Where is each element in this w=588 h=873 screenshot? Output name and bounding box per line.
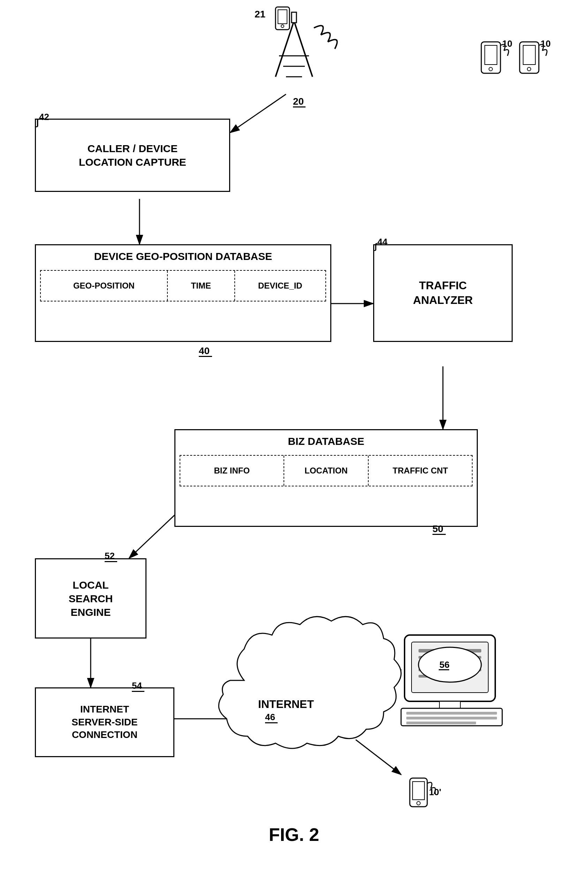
svg-point-10 bbox=[489, 68, 492, 71]
svg-rect-28 bbox=[418, 649, 481, 652]
internet-server-box: INTERNETSERVER-SIDECONNECTION bbox=[35, 687, 174, 757]
svg-line-17 bbox=[230, 94, 286, 132]
local-search-box: LOCALSEARCHENGINE bbox=[35, 558, 147, 639]
svg-line-25 bbox=[356, 740, 401, 775]
svg-rect-14 bbox=[276, 7, 290, 30]
ref-56: 56 bbox=[440, 660, 450, 670]
ref-20: 20 bbox=[293, 96, 304, 107]
svg-rect-11 bbox=[520, 42, 539, 73]
ref-10a: 10 bbox=[502, 38, 512, 49]
ref-52: 52 bbox=[105, 551, 115, 561]
svg-rect-29 bbox=[418, 656, 481, 659]
ref-44: 44 bbox=[377, 237, 387, 247]
device-id-cell: DEVICE_ID bbox=[235, 271, 326, 301]
caller-device-label: CALLER / DEVICE LOCATION CAPTURE bbox=[79, 142, 186, 169]
traffic-analyzer-label: TRAFFIC ANALYZER bbox=[413, 278, 472, 307]
svg-rect-9 bbox=[485, 45, 497, 65]
fig-caption: FIG. 2 bbox=[269, 824, 319, 845]
ref-40: 40 bbox=[199, 346, 210, 357]
traffic-analyzer-box: TRAFFIC ANALYZER bbox=[373, 244, 513, 342]
svg-line-24 bbox=[349, 670, 401, 691]
biz-database-box: BIZ DATABASE BIZ INFO LOCATION TRAFFIC C… bbox=[174, 429, 478, 527]
caller-device-box: CALLER / DEVICE LOCATION CAPTURE bbox=[35, 119, 230, 192]
svg-rect-30 bbox=[418, 662, 481, 665]
diagram: 21 20 10 10 CALLER / DEVICE LOCATION CAP… bbox=[0, 0, 588, 873]
svg-rect-33 bbox=[440, 701, 460, 708]
ref-50: 50 bbox=[432, 523, 443, 535]
ref-10b: 10 bbox=[541, 38, 550, 49]
time-cell: TIME bbox=[168, 271, 235, 301]
svg-rect-15 bbox=[278, 10, 287, 24]
svg-rect-32 bbox=[418, 675, 471, 678]
ref-42: 42 bbox=[39, 112, 49, 122]
ref-54: 54 bbox=[132, 681, 142, 691]
ref-10c: 10' bbox=[429, 787, 441, 798]
svg-rect-12 bbox=[523, 45, 536, 65]
svg-point-41 bbox=[417, 801, 420, 805]
svg-rect-37 bbox=[406, 721, 476, 724]
geo-position-cell: GEO-POSITION bbox=[41, 271, 168, 301]
svg-rect-26 bbox=[405, 635, 495, 701]
biz-info-cell: BIZ INFO bbox=[180, 456, 284, 486]
svg-line-3 bbox=[294, 21, 312, 77]
svg-rect-39 bbox=[410, 778, 427, 807]
svg-rect-34 bbox=[401, 708, 502, 726]
svg-point-38 bbox=[418, 647, 481, 682]
svg-rect-35 bbox=[406, 712, 497, 715]
ref-46: 46 bbox=[265, 712, 275, 723]
svg-point-16 bbox=[281, 25, 284, 27]
internet-server-label: INTERNETSERVER-SIDECONNECTION bbox=[72, 703, 137, 741]
ref-21: 21 bbox=[255, 9, 266, 20]
svg-rect-8 bbox=[481, 42, 501, 73]
svg-point-13 bbox=[527, 68, 531, 71]
local-search-label: LOCALSEARCHENGINE bbox=[69, 578, 113, 619]
traffic-cnt-cell: TRAFFIC CNT bbox=[369, 456, 472, 486]
geo-position-db-box: DEVICE GEO-POSITION DATABASE GEO-POSITIO… bbox=[35, 244, 332, 342]
svg-rect-40 bbox=[412, 781, 424, 800]
svg-rect-27 bbox=[411, 642, 488, 693]
svg-rect-7 bbox=[291, 12, 297, 23]
biz-db-title: BIZ DATABASE bbox=[288, 434, 364, 448]
svg-rect-36 bbox=[406, 717, 497, 720]
geo-db-title: DEVICE GEO-POSITION DATABASE bbox=[94, 249, 272, 263]
svg-rect-31 bbox=[418, 669, 481, 671]
internet-label: INTERNET bbox=[251, 698, 321, 711]
svg-line-2 bbox=[276, 21, 294, 77]
location-cell: LOCATION bbox=[284, 456, 369, 486]
